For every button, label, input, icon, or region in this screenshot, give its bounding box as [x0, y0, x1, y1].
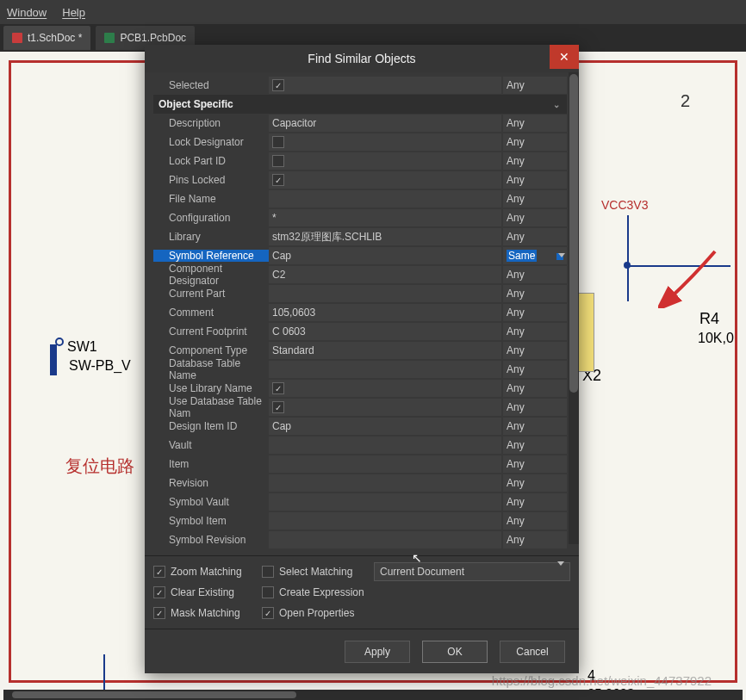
property-row[interactable]: Configuration*Any — [153, 208, 567, 227]
mask-matching-option[interactable]: Mask Matching — [153, 607, 255, 619]
property-value[interactable]: Cap — [269, 418, 501, 435]
property-value[interactable] — [269, 285, 501, 302]
checkbox-icon[interactable] — [153, 586, 165, 598]
match-dropdown[interactable]: Any — [503, 115, 567, 132]
checkbox-icon[interactable] — [272, 382, 284, 394]
property-value[interactable] — [269, 399, 501, 416]
match-dropdown[interactable]: Any — [503, 418, 567, 435]
match-dropdown[interactable]: Any — [503, 455, 567, 473]
property-row[interactable]: Symbol RevisionAny — [153, 530, 567, 549]
property-value[interactable]: Cap — [269, 247, 501, 264]
property-value[interactable] — [269, 133, 501, 151]
property-row[interactable]: Comment105,0603Any — [153, 303, 567, 322]
property-row[interactable]: Current FootprintC 0603Any — [153, 322, 567, 341]
match-dropdown[interactable]: Any — [503, 493, 567, 511]
vertical-scrollbar[interactable] — [569, 72, 579, 544]
property-value[interactable] — [269, 190, 501, 208]
checkbox-icon[interactable] — [272, 79, 284, 91]
menu-window[interactable]: Window — [7, 6, 47, 19]
property-value[interactable] — [269, 493, 501, 511]
checkbox-icon[interactable] — [262, 607, 274, 619]
property-value[interactable] — [269, 512, 501, 530]
checkbox-icon[interactable] — [262, 586, 274, 598]
property-value[interactable] — [269, 437, 501, 454]
ok-button[interactable]: OK — [422, 641, 488, 663]
horizontal-scrollbar[interactable] — [3, 690, 743, 700]
match-dropdown[interactable]: Any — [503, 342, 567, 359]
property-row[interactable]: Lock Part IDAny — [153, 152, 567, 170]
property-value[interactable]: C2 — [269, 266, 501, 283]
property-row[interactable]: SelectedAny — [153, 76, 567, 95]
property-row[interactable]: Component DesignatorC2Any — [153, 265, 567, 284]
checkbox-icon[interactable] — [153, 566, 165, 578]
match-dropdown[interactable]: Any — [503, 399, 567, 416]
match-dropdown[interactable]: Any — [503, 190, 567, 208]
property-value[interactable]: * — [269, 209, 501, 226]
match-dropdown[interactable]: Any — [503, 133, 567, 151]
match-dropdown[interactable]: Any — [503, 228, 567, 245]
property-row[interactable]: VaultAny — [153, 436, 567, 455]
match-dropdown[interactable]: Any — [503, 474, 567, 492]
group-header-object-specific[interactable]: Object Specific⌄ — [153, 95, 567, 114]
checkbox-icon[interactable] — [272, 136, 284, 148]
property-row[interactable]: Symbol VaultAny — [153, 492, 567, 511]
select-matching-option[interactable]: Select Matching — [262, 566, 364, 578]
property-row[interactable]: Database Table NameAny — [153, 360, 567, 379]
property-row[interactable]: DescriptionCapacitorAny — [153, 114, 567, 133]
checkbox-icon[interactable] — [153, 607, 165, 619]
property-value[interactable] — [269, 77, 501, 94]
match-dropdown[interactable]: Any — [503, 437, 567, 454]
property-row[interactable]: Librarystm32原理图库.SCHLIBAny — [153, 227, 567, 246]
property-value[interactable]: 105,0603 — [269, 304, 501, 321]
match-dropdown[interactable]: Any — [503, 266, 567, 283]
property-grid[interactable]: SelectedAnyObject Specific⌄DescriptionCa… — [145, 72, 579, 549]
property-value[interactable]: stm32原理图库.SCHLIB — [269, 228, 501, 245]
property-row[interactable]: Design Item IDCapAny — [153, 417, 567, 436]
scope-dropdown[interactable]: Current Document — [374, 562, 570, 581]
property-row[interactable]: Lock DesignatorAny — [153, 133, 567, 152]
property-row[interactable]: File NameAny — [153, 189, 567, 208]
clear-existing-option[interactable]: Clear Existing — [153, 586, 255, 598]
match-dropdown[interactable]: Any — [503, 512, 567, 530]
checkbox-icon[interactable] — [272, 155, 284, 167]
property-row[interactable]: ItemAny — [153, 455, 567, 474]
property-value[interactable]: Standard — [269, 342, 501, 359]
match-dropdown[interactable]: Same — [503, 247, 567, 264]
create-expression-option[interactable]: Create Expression — [262, 586, 364, 598]
tab-schdoc[interactable]: t1.SchDoc * — [3, 26, 90, 50]
property-row[interactable]: Use Database Table NamAny — [153, 398, 567, 417]
property-value[interactable] — [269, 380, 501, 397]
match-dropdown[interactable]: Any — [503, 285, 567, 302]
menu-help[interactable]: Help — [62, 6, 85, 19]
property-value[interactable] — [269, 171, 501, 189]
scrollbar-thumb[interactable] — [12, 691, 296, 698]
zoom-matching-option[interactable]: Zoom Matching — [153, 566, 255, 578]
property-value[interactable] — [269, 474, 501, 492]
property-row[interactable]: Symbol ItemAny — [153, 511, 567, 530]
property-row[interactable]: Current PartAny — [153, 284, 567, 303]
close-button[interactable]: ✕ — [550, 45, 579, 69]
property-value[interactable]: Capacitor — [269, 115, 501, 132]
match-dropdown[interactable]: Any — [503, 171, 567, 189]
cancel-button[interactable]: Cancel — [500, 641, 565, 663]
property-value[interactable] — [269, 531, 501, 548]
match-dropdown[interactable]: Any — [503, 380, 567, 397]
property-value[interactable] — [269, 152, 501, 170]
property-value[interactable] — [269, 455, 501, 473]
match-dropdown[interactable]: Any — [503, 361, 567, 378]
match-dropdown[interactable]: Any — [503, 323, 567, 340]
property-value[interactable]: C 0603 — [269, 323, 501, 340]
dialog-title-bar[interactable]: Find Similar Objects ✕ — [145, 45, 579, 72]
checkbox-icon[interactable] — [272, 401, 284, 413]
scrollbar-thumb[interactable] — [569, 74, 578, 393]
checkbox-icon[interactable] — [272, 174, 284, 186]
apply-button[interactable]: Apply — [345, 641, 410, 663]
match-dropdown[interactable]: Any — [503, 152, 567, 170]
match-dropdown[interactable]: Any — [503, 531, 567, 548]
property-row[interactable]: Pins LockedAny — [153, 170, 567, 189]
open-properties-option[interactable]: Open Properties — [262, 607, 364, 619]
property-row[interactable]: RevisionAny — [153, 474, 567, 492]
property-value[interactable] — [269, 361, 501, 378]
match-dropdown[interactable]: Any — [503, 209, 567, 226]
match-dropdown[interactable]: Any — [503, 304, 567, 321]
